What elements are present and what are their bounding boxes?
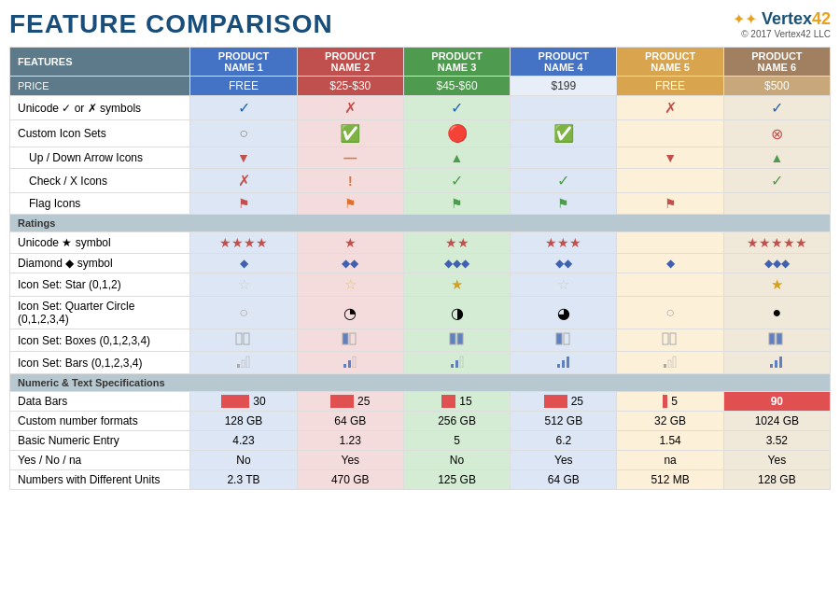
price-p1: FREE bbox=[190, 77, 297, 96]
check-icon: ✓ bbox=[557, 173, 569, 189]
feature-label: Unicode ★ symbol bbox=[10, 232, 190, 254]
cell-p4: ✅ bbox=[511, 120, 617, 147]
cell-p6: 128 GB bbox=[723, 470, 830, 490]
cell-p1: 2.3 TB bbox=[190, 470, 297, 490]
cell-p2 bbox=[297, 329, 403, 352]
svg-rect-25 bbox=[668, 360, 671, 368]
cell-p2: — bbox=[297, 147, 403, 169]
cell-p3: 256 GB bbox=[403, 412, 510, 431]
table-row: Custom number formats 128 GB 64 GB 256 G… bbox=[10, 412, 831, 431]
cell-p1: No bbox=[190, 451, 297, 470]
bars-1-icon bbox=[236, 355, 251, 368]
feature-label: Basic Numeric Entry bbox=[10, 431, 190, 451]
cell-p5 bbox=[617, 329, 723, 352]
boxes-2-icon bbox=[449, 332, 466, 345]
cell-p3 bbox=[403, 329, 510, 352]
table-row: Unicode ✓ or ✗ symbols ✓ ✗ ✓ ✗ ✓ bbox=[10, 96, 831, 120]
data-bar-p3: 15 bbox=[408, 395, 506, 408]
table-row: Up / Down Arrow Icons ▼ — ▲ ▼ ▲ bbox=[10, 147, 831, 169]
table-row: Yes / No / na No Yes No Yes na Yes bbox=[10, 451, 831, 470]
cell-p2: 25 bbox=[297, 392, 403, 412]
product1-header: PRODUCTNAME 1 bbox=[190, 48, 297, 77]
product5-header: PRODUCTNAME 5 bbox=[617, 48, 723, 77]
cell-p5 bbox=[617, 232, 723, 254]
cell-p3: ⚑ bbox=[403, 193, 510, 215]
page-header: FEATURE COMPARISON ✦✦ Vertex42 © 2017 Ve… bbox=[9, 9, 831, 39]
svg-rect-15 bbox=[343, 364, 346, 368]
feature-label: Unicode ✓ or ✗ symbols bbox=[10, 96, 190, 120]
bar-value: 25 bbox=[571, 395, 583, 408]
cell-p2: 64 GB bbox=[297, 412, 403, 431]
star-empty-icon: ☆ bbox=[557, 276, 569, 292]
section-label: Numeric & Text Specifications bbox=[10, 374, 831, 392]
bars-2-icon bbox=[450, 355, 465, 368]
diamonds-icon: ◆◆ bbox=[342, 257, 358, 270]
cell-p4: ★★★ bbox=[511, 232, 617, 254]
cell-p6: ⊗ bbox=[723, 120, 830, 147]
circle-empty-icon: ○ bbox=[239, 125, 248, 141]
svg-rect-3 bbox=[350, 333, 356, 344]
diamond-icon: ◆ bbox=[666, 257, 675, 270]
cell-p5: ✗ bbox=[617, 96, 723, 120]
cell-p4 bbox=[511, 147, 617, 169]
table-row: Numbers with Different Units 2.3 TB 470 … bbox=[10, 470, 831, 490]
svg-rect-9 bbox=[670, 333, 676, 344]
cell-p2 bbox=[297, 352, 403, 374]
diamonds-icon: ◆◆◆ bbox=[444, 257, 469, 270]
cell-p1: 128 GB bbox=[190, 412, 297, 431]
product4-header: PRODUCTNAME 4 bbox=[511, 48, 617, 77]
triangle-down-icon: ▼ bbox=[664, 150, 677, 165]
data-bar-p4: 25 bbox=[514, 395, 612, 408]
x-icon: ✗ bbox=[238, 173, 250, 189]
svg-rect-8 bbox=[663, 333, 668, 344]
cell-p5 bbox=[617, 352, 723, 374]
data-bar-p5: 5 bbox=[621, 395, 719, 408]
table-row: Icon Set: Quarter Circle (0,1,2,3,4) ○ ◔… bbox=[10, 297, 831, 329]
bar-icon bbox=[544, 395, 567, 408]
feature-label: Icon Set: Star (0,1,2) bbox=[10, 273, 190, 297]
table-row: Icon Set: Bars (0,1,2,3,4) bbox=[10, 352, 831, 374]
bar-value: 90 bbox=[771, 395, 783, 408]
cell-p4: 512 GB bbox=[511, 412, 617, 431]
bars-3-icon bbox=[769, 355, 784, 368]
svg-rect-4 bbox=[450, 333, 455, 344]
circle-empty-icon: ○ bbox=[239, 304, 248, 320]
svg-rect-27 bbox=[770, 364, 773, 368]
svg-rect-12 bbox=[237, 364, 240, 368]
triangle-up-icon: ▲ bbox=[770, 150, 783, 165]
cell-p6: ✓ bbox=[723, 169, 830, 193]
product2-header: PRODUCTNAME 2 bbox=[297, 48, 403, 77]
boxes-1-icon bbox=[555, 332, 572, 345]
product6-header: PRODUCTNAME 6 bbox=[723, 48, 830, 77]
svg-rect-18 bbox=[451, 364, 454, 368]
minus-icon: — bbox=[343, 150, 357, 165]
svg-rect-24 bbox=[664, 364, 666, 368]
star-empty-icon: ☆ bbox=[238, 276, 250, 292]
flag-icon: ⚑ bbox=[557, 196, 569, 211]
features-header: FEATURES bbox=[10, 48, 190, 77]
stars-icon: ★★ bbox=[445, 235, 469, 250]
feature-label: Data Bars bbox=[10, 392, 190, 412]
cell-p4: ◕ bbox=[511, 297, 617, 329]
table-row: Basic Numeric Entry 4.23 1.23 5 6.2 1.54… bbox=[10, 431, 831, 451]
price-label: PRICE bbox=[10, 77, 190, 96]
cell-p4: ⚑ bbox=[511, 193, 617, 215]
cell-p3: 5 bbox=[403, 431, 510, 451]
triangle-down-icon: ▼ bbox=[237, 150, 250, 165]
cell-p2: ◆◆ bbox=[297, 254, 403, 273]
feature-label: Check / X Icons bbox=[10, 169, 190, 193]
table-row: Flag Icons ⚑ ⚑ ⚑ ⚑ ⚑ bbox=[10, 193, 831, 215]
cell-p4 bbox=[511, 96, 617, 120]
circle-full-icon: ● bbox=[773, 304, 782, 320]
cell-p4 bbox=[511, 352, 617, 374]
triangle-up-icon: ▲ bbox=[451, 150, 464, 165]
column-headers: FEATURES PRODUCTNAME 1 PRODUCTNAME 2 PRO… bbox=[10, 48, 831, 77]
table-row: Check / X Icons ✗ ! ✓ ✓ ✓ bbox=[10, 169, 831, 193]
svg-rect-26 bbox=[673, 357, 676, 368]
cell-p3: No bbox=[403, 451, 510, 470]
cell-p3: ✓ bbox=[403, 169, 510, 193]
feature-label: Up / Down Arrow Icons bbox=[10, 147, 190, 169]
cell-p2: 1.23 bbox=[297, 431, 403, 451]
cell-p1: ⚑ bbox=[190, 193, 297, 215]
star-gold-icon: ★ bbox=[771, 276, 783, 292]
